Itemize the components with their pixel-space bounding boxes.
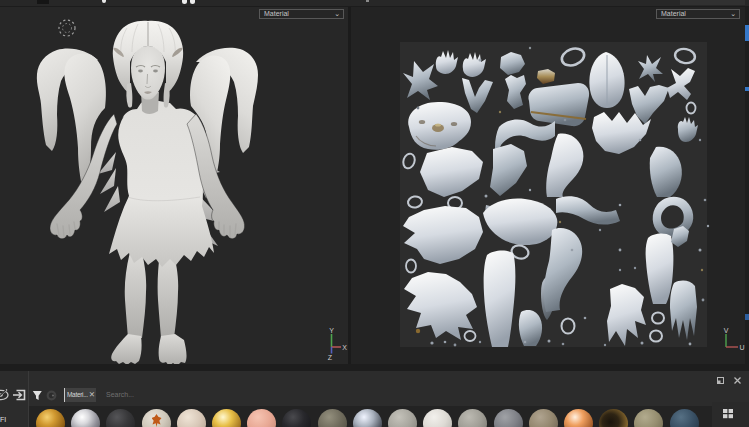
svg-text:Y: Y [329, 327, 334, 334]
svg-text:V: V [724, 327, 729, 334]
svg-text:U: U [739, 344, 744, 351]
svg-text:Z: Z [328, 354, 333, 361]
svg-text:X: X [342, 344, 347, 351]
